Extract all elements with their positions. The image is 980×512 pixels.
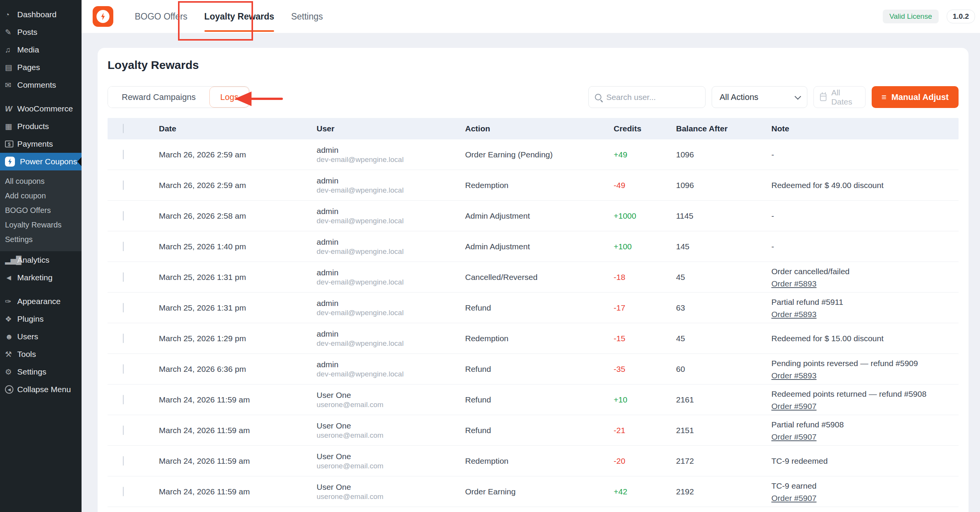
sidebar-item-payments[interactable]: $ Payments <box>0 135 82 153</box>
sidebar-item-marketing[interactable]: ◄ Marketing <box>0 269 82 286</box>
table-row: March 25, 2026 1:31 pm admin dev-email@w… <box>108 262 959 293</box>
sliders-icon: ≡ <box>882 93 887 101</box>
table-row: March 26, 2026 2:59 am admin dev-email@w… <box>108 170 959 201</box>
table-row: March 25, 2026 1:31 pm admin dev-email@w… <box>108 293 959 323</box>
cell-balance: 2151 <box>676 426 771 435</box>
note-text: - <box>771 211 955 221</box>
sidebar-item-dashboard[interactable]: ◔ Dashboard <box>0 6 82 23</box>
order-link[interactable]: Order #5893 <box>771 279 817 288</box>
sidebar-item-woocommerce[interactable]: W WooCommerce <box>0 100 82 118</box>
cell-balance: 2172 <box>676 456 771 466</box>
order-link[interactable]: Order #5907 <box>771 401 817 411</box>
sidebar-item-label: Products <box>17 122 49 131</box>
table-row: March 24, 2026 11:59 am User One userone… <box>108 476 959 507</box>
cell-balance: 63 <box>676 303 771 312</box>
cell-balance: 45 <box>676 273 771 282</box>
power-coupons-icon <box>5 157 17 167</box>
sidebar-item-analytics[interactable]: ▂▅█ Analytics <box>0 251 82 269</box>
user-email: dev-email@wpengine.local <box>317 247 461 256</box>
row-checkbox[interactable] <box>123 456 124 466</box>
row-checkbox[interactable] <box>123 395 124 404</box>
tab-settings[interactable]: Settings <box>283 0 331 33</box>
table-header-row: Date User Action Credits Balance After N… <box>108 118 959 139</box>
row-checkbox[interactable] <box>123 180 124 190</box>
actions-filter-value: All Actions <box>720 92 759 102</box>
sidebar-item-products[interactable]: ▦ Products <box>0 118 82 135</box>
cell-date: March 25, 2026 1:29 pm <box>159 334 317 343</box>
collapse-menu-button[interactable]: ◀ Collapse Menu <box>0 381 82 398</box>
sidebar-item-label: Analytics <box>17 255 49 265</box>
row-checkbox[interactable] <box>123 272 124 282</box>
cell-user: admin dev-email@wpengine.local <box>317 176 465 195</box>
search-input[interactable] <box>606 93 699 102</box>
order-link[interactable]: Order #5907 <box>771 493 817 503</box>
sidebar-item-label: Plugins <box>17 314 44 324</box>
admin-sidebar: ◔ Dashboard ✎ Posts ♫ Media ▤ Pages ✉ Co… <box>0 0 82 512</box>
tab-logs[interactable]: Logs <box>209 87 249 108</box>
tab-reward-campaigns[interactable]: Reward Campaigns <box>108 87 209 108</box>
cell-user: User One userone@email.com <box>317 482 465 501</box>
sidebar-item-users[interactable]: ☻ Users <box>0 328 82 345</box>
order-link[interactable]: Order #5907 <box>771 432 817 442</box>
sidebar-item-appearance[interactable]: ✑ Appearance <box>0 293 82 310</box>
row-checkbox[interactable] <box>123 334 124 343</box>
note-text: Order cancelled/failed <box>771 266 955 276</box>
manual-adjust-button[interactable]: ≡ Manual Adjust <box>872 86 959 108</box>
dates-filter-button[interactable]: All Dates <box>813 86 866 108</box>
sidebar-item-plugins[interactable]: ❖ Plugins <box>0 310 82 328</box>
user-name: admin <box>317 360 461 370</box>
row-checkbox[interactable] <box>123 211 124 221</box>
cell-action: Redemption <box>465 181 614 190</box>
comments-icon: ✉ <box>5 80 17 90</box>
submenu-item-loyalty-rewards[interactable]: Loyalty Rewards <box>0 218 82 232</box>
search-icon <box>595 94 601 100</box>
table-body: March 26, 2026 2:59 am admin dev-email@w… <box>108 139 959 512</box>
note-text: Partial refund #5908 <box>771 419 955 430</box>
users-icon: ☻ <box>5 332 17 341</box>
cell-credits: -20 <box>614 456 625 465</box>
tab-loyalty-rewards[interactable]: Loyalty Rewards <box>196 0 283 33</box>
user-name: User One <box>317 482 461 492</box>
row-checkbox[interactable] <box>123 487 124 496</box>
sidebar-item-label: Users <box>17 332 38 341</box>
col-header-note: Note <box>771 124 959 133</box>
submenu-item-all-coupons[interactable]: All coupons <box>0 174 82 188</box>
row-checkbox[interactable] <box>123 242 124 251</box>
cell-date: March 25, 2026 1:31 pm <box>159 303 317 312</box>
user-email: dev-email@wpengine.local <box>317 308 461 317</box>
row-checkbox[interactable] <box>123 425 124 435</box>
row-checkbox[interactable] <box>123 303 124 312</box>
cell-user: admin dev-email@wpengine.local <box>317 206 465 226</box>
cell-credits: +100 <box>614 242 632 251</box>
logs-table: Date User Action Credits Balance After N… <box>108 118 959 512</box>
select-all-checkbox[interactable] <box>123 124 124 133</box>
table-row: March 25, 2026 1:29 pm admin dev-email@w… <box>108 323 959 354</box>
sidebar-item-media[interactable]: ♫ Media <box>0 41 82 59</box>
submenu-item-add-coupon[interactable]: Add coupon <box>0 188 82 203</box>
cell-credits: -35 <box>614 365 625 373</box>
cell-user: User One userone@email.com <box>317 390 465 409</box>
tab-bogo-offers[interactable]: BOGO Offers <box>126 0 196 33</box>
sidebar-item-pages[interactable]: ▤ Pages <box>0 59 82 76</box>
user-name: admin <box>317 237 461 247</box>
row-checkbox[interactable] <box>123 150 124 159</box>
sidebar-item-comments[interactable]: ✉ Comments <box>0 76 82 94</box>
cell-date: March 26, 2026 2:59 am <box>159 181 317 190</box>
sidebar-item-posts[interactable]: ✎ Posts <box>0 23 82 41</box>
row-checkbox[interactable] <box>123 364 124 374</box>
log-filters: All Actions All Dates ≡ Manual Adjust <box>588 86 959 108</box>
sidebar-item-settings[interactable]: ⚙ Settings <box>0 363 82 381</box>
actions-filter-select[interactable]: All Actions <box>712 86 807 108</box>
order-link[interactable]: Order #5893 <box>771 371 817 380</box>
user-name: admin <box>317 268 461 278</box>
view-tabs: Reward Campaigns Logs <box>108 86 250 108</box>
cell-note: TC-9 earned Order #5907 <box>771 481 959 503</box>
sidebar-item-tools[interactable]: ⚒ Tools <box>0 345 82 363</box>
submenu-item-bogo-offers[interactable]: BOGO Offers <box>0 203 82 218</box>
sidebar-item-power-coupons[interactable]: Power Coupons <box>0 153 82 170</box>
table-row: User One userone@email.com Redeemed poin… <box>108 507 959 512</box>
cell-user: admin dev-email@wpengine.local <box>317 145 465 164</box>
note-text: Redeemed for $ 15.00 discount <box>771 333 955 344</box>
submenu-item-settings[interactable]: Settings <box>0 232 82 247</box>
order-link[interactable]: Order #5893 <box>771 309 817 319</box>
